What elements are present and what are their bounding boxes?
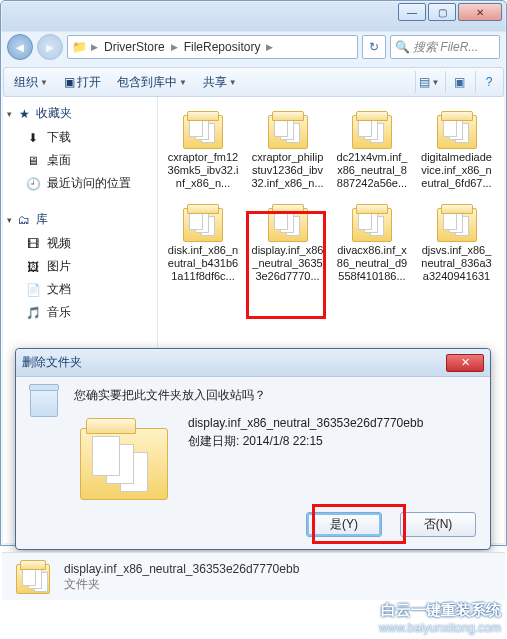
toolbar-organize[interactable]: 组织▼	[10, 72, 52, 93]
minimize-button[interactable]: —	[398, 3, 426, 21]
sidebar-item-recent[interactable]: 🕘最近访问的位置	[7, 172, 153, 195]
recycle-bin-icon	[30, 387, 58, 417]
library-icon: 🗂	[16, 212, 32, 228]
folder-icon	[348, 202, 396, 242]
address-box[interactable]: 📁 ▶ DriverStore ▶ FileRepository ▶	[67, 35, 358, 59]
sidebar-header-favorites[interactable]: ▾★收藏夹	[7, 105, 153, 122]
dialog-close-button[interactable]: ✕	[446, 354, 484, 372]
dialog-question: 您确实要把此文件夹放入回收站吗？	[74, 387, 478, 404]
folder-item[interactable]: divacx86.inf_x86_neutral_d9558f410186...	[333, 200, 411, 285]
dialog-titlebar: 删除文件夹 ✕	[16, 349, 490, 377]
help-button[interactable]: ?	[475, 71, 497, 93]
sidebar-favorites: ▾★收藏夹 ⬇下载 🖥桌面 🕘最近访问的位置	[7, 105, 153, 195]
no-button[interactable]: 否(N)	[400, 512, 476, 537]
toolbar-include[interactable]: 包含到库中▼	[113, 72, 191, 93]
details-pane: display.inf_x86_neutral_36353e26d7770ebb…	[2, 552, 505, 600]
dialog-body: 您确实要把此文件夹放入回收站吗？ display.inf_x86_neutral…	[16, 377, 490, 510]
dialog-title: 删除文件夹	[22, 354, 82, 371]
search-placeholder: 搜索 FileR...	[413, 39, 478, 56]
desktop-icon: 🖥	[25, 153, 41, 169]
toolbar: 组织▼ ▣打开 包含到库中▼ 共享▼ ▤▼ ▣ ?	[3, 67, 504, 97]
chevron-down-icon: ▾	[7, 215, 12, 225]
breadcrumb-seg[interactable]: FileRepository	[182, 40, 263, 54]
view-mode-button[interactable]: ▤▼	[415, 71, 437, 93]
sidebar-item-desktop[interactable]: 🖥桌面	[7, 149, 153, 172]
chevron-right-icon: ▶	[91, 42, 98, 52]
toolbar-open[interactable]: ▣打开	[60, 72, 105, 93]
picture-icon: 🖼	[25, 259, 41, 275]
watermark: 白云一键重装系统 www.baiyunxitong.com	[379, 601, 501, 637]
highlight-box	[246, 211, 326, 319]
file-grid: cxraptor_fm1236mk5_ibv32.inf_x86_n... cx…	[164, 107, 498, 285]
folder-item[interactable]: djsvs.inf_x86_neutral_836a3a3240941631	[418, 200, 496, 285]
music-icon: 🎵	[25, 305, 41, 321]
sidebar-item-documents[interactable]: 📄文档	[7, 278, 153, 301]
folder-icon	[433, 202, 481, 242]
folder-icon	[74, 414, 174, 500]
nav-back-button[interactable]: ◄	[7, 34, 33, 60]
folder-item[interactable]: dc21x4vm.inf_x86_neutral_8887242a56e...	[333, 107, 411, 192]
highlight-box	[312, 504, 406, 544]
document-icon: 📄	[25, 282, 41, 298]
chevron-right-icon: ▶	[171, 42, 178, 52]
folder-icon	[12, 558, 54, 594]
folder-icon	[348, 109, 396, 149]
search-input[interactable]: 🔍 搜索 FileR...	[390, 35, 500, 59]
refresh-button[interactable]: ↻	[362, 35, 386, 59]
folder-icon	[179, 202, 227, 242]
window-close-button[interactable]: ✕	[458, 3, 502, 21]
folder-icon: 📁	[72, 40, 87, 54]
maximize-button[interactable]: ▢	[428, 3, 456, 21]
folder-icon	[433, 109, 481, 149]
open-icon: ▣	[64, 75, 75, 89]
sidebar-item-music[interactable]: 🎵音乐	[7, 301, 153, 324]
folder-icon	[264, 109, 312, 149]
address-bar: ◄ ► 📁 ▶ DriverStore ▶ FileRepository ▶ ↻…	[7, 31, 500, 63]
toolbar-share[interactable]: 共享▼	[199, 72, 241, 93]
selected-type: 文件夹	[64, 577, 299, 592]
download-icon: ⬇	[25, 130, 41, 146]
selected-name: display.inf_x86_neutral_36353e26d7770ebb	[64, 562, 299, 577]
star-icon: ★	[16, 106, 32, 122]
nav-forward-button[interactable]: ►	[37, 34, 63, 60]
sidebar-item-videos[interactable]: 🎞视频	[7, 232, 153, 255]
delete-confirm-dialog: 删除文件夹 ✕ 您确实要把此文件夹放入回收站吗？ display.inf_x86…	[15, 348, 491, 550]
breadcrumb-seg[interactable]: DriverStore	[102, 40, 167, 54]
folder-icon	[179, 109, 227, 149]
sidebar-header-libraries[interactable]: ▾🗂库	[7, 211, 153, 228]
dialog-file-meta: display.inf_x86_neutral_36353e26d7770ebb…	[188, 414, 423, 450]
folder-item[interactable]: disk.inf_x86_neutral_b431b61a11f8df6c...	[164, 200, 242, 285]
folder-item[interactable]: cxraptor_philipstuv1236d_ibv32.inf_x86_n…	[249, 107, 327, 192]
recent-icon: 🕘	[25, 176, 41, 192]
chevron-right-icon: ▶	[266, 42, 273, 52]
titlebar: — ▢ ✕	[1, 1, 506, 31]
sidebar-item-pictures[interactable]: 🖼图片	[7, 255, 153, 278]
folder-item[interactable]: digitalmediadevice.inf_x86_neutral_6fd67…	[418, 107, 496, 192]
sidebar-libraries: ▾🗂库 🎞视频 🖼图片 📄文档 🎵音乐	[7, 211, 153, 324]
dialog-filename: display.inf_x86_neutral_36353e26d7770ebb	[188, 414, 423, 432]
video-icon: 🎞	[25, 236, 41, 252]
chevron-down-icon: ▾	[7, 109, 12, 119]
search-icon: 🔍	[395, 40, 410, 54]
sidebar-item-downloads[interactable]: ⬇下载	[7, 126, 153, 149]
folder-item[interactable]: cxraptor_fm1236mk5_ibv32.inf_x86_n...	[164, 107, 242, 192]
preview-pane-button[interactable]: ▣	[445, 71, 467, 93]
